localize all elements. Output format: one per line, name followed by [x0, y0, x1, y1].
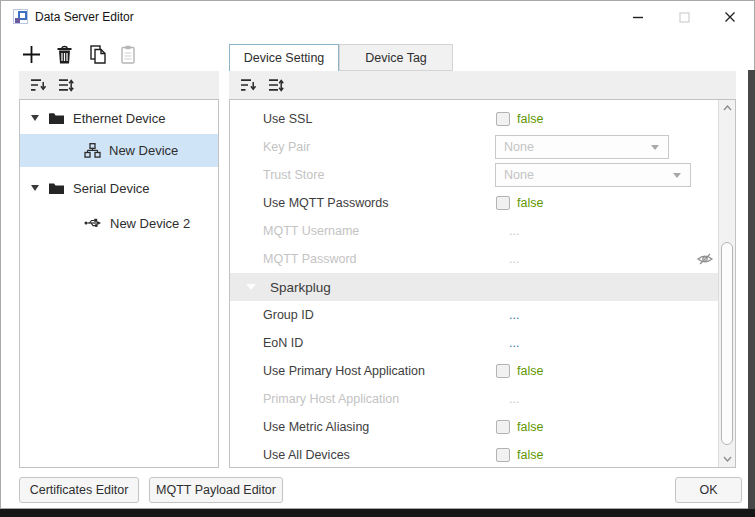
boolean-value: false [517, 448, 543, 462]
setting-row-use-mqtt-passwords: Use MQTT Passwords false [230, 189, 719, 217]
boolean-value: false [517, 112, 543, 126]
setting-row-use-primary-host-application: Use Primary Host Application false [230, 357, 719, 385]
vertical-scrollbar[interactable] [718, 100, 735, 467]
tab-label: Device Tag [365, 51, 427, 65]
setting-row-group-id: Group ID ... [230, 301, 719, 329]
setting-label: EoN ID [263, 336, 303, 350]
setting-row-primary-host-application: Primary Host Application ... [230, 385, 719, 413]
setting-label: MQTT Username [263, 224, 359, 238]
tree-toolbar [19, 71, 219, 99]
use-ssl-checkbox[interactable] [496, 112, 510, 126]
collapse-all-icon [240, 78, 257, 93]
setting-row-use-metric-aliasing: Use Metric Aliasing false [230, 413, 719, 441]
dropdown-value: None [504, 168, 673, 182]
background-edge [748, 70, 755, 509]
paste-device-button[interactable] [115, 41, 141, 67]
tree-item-label: New Device [109, 143, 178, 158]
primary-host-application-value: ... [509, 392, 519, 406]
key-pair-dropdown[interactable]: None [495, 135, 669, 159]
chevron-up-icon [723, 105, 732, 111]
copy-icon [90, 45, 107, 64]
eye-slash-icon[interactable] [697, 253, 713, 266]
expand-all-button[interactable] [57, 77, 75, 93]
minimize-button[interactable] [615, 1, 661, 33]
setting-label: Use Primary Host Application [263, 364, 425, 378]
scroll-down-button[interactable] [719, 451, 735, 467]
trust-store-dropdown[interactable]: None [495, 163, 691, 187]
clipboard-paste-icon [121, 45, 135, 64]
collapse-all-button[interactable] [239, 77, 257, 93]
setting-label: Primary Host Application [263, 392, 399, 406]
setting-row-mqtt-password: MQTT Password ... [230, 245, 719, 273]
setting-label: Use MQTT Passwords [263, 196, 389, 210]
setting-row-key-pair: Key Pair None [230, 133, 719, 161]
use-all-devices-checkbox[interactable] [496, 448, 510, 462]
eon-id-value[interactable]: ... [509, 336, 519, 350]
tab-device-setting[interactable]: Device Setting [229, 44, 339, 71]
add-device-button[interactable] [18, 41, 44, 67]
delete-device-button[interactable] [51, 41, 77, 67]
scrollbar-thumb[interactable] [721, 242, 733, 445]
boolean-value: false [517, 420, 543, 434]
ethernet-device-icon [84, 143, 101, 158]
certificates-editor-button[interactable]: Certificates Editor [19, 477, 139, 503]
window-title: Data Server Editor [35, 1, 134, 33]
collapse-all-button[interactable] [29, 77, 47, 93]
chevron-down-icon[interactable] [31, 185, 39, 191]
tree-item-new-device-2[interactable]: New Device 2 [20, 207, 218, 239]
settings-scroll-area: Keep Alive 60 Use SSL false Key Pair Non… [230, 100, 719, 467]
mqtt-password-value: ... [509, 252, 519, 266]
bottom-edge [0, 509, 755, 517]
tree-item-new-device[interactable]: New Device [20, 134, 218, 167]
tab-device-tag[interactable]: Device Tag [339, 44, 453, 71]
use-mqtt-passwords-checkbox[interactable] [496, 196, 510, 210]
chevron-down-icon [723, 456, 732, 462]
boolean-value: false [517, 196, 543, 210]
settings-toolbar [229, 71, 736, 99]
close-button[interactable] [707, 1, 753, 33]
chevron-down-icon[interactable] [31, 115, 39, 121]
chevron-down-icon [651, 145, 659, 150]
plus-icon [21, 44, 42, 65]
setting-row-use-ssl: Use SSL false [230, 105, 719, 133]
window-body: Data Server Editor [0, 0, 755, 509]
copy-device-button[interactable] [85, 41, 111, 67]
scroll-up-button[interactable] [719, 100, 735, 116]
ok-button[interactable]: OK [675, 477, 742, 503]
app-logo-icon [13, 9, 29, 25]
tree-item-label: New Device 2 [110, 216, 190, 231]
section-header-sparkplug[interactable]: Sparkplug [230, 273, 719, 301]
setting-row-mqtt-username: MQTT Username ... [230, 217, 719, 245]
setting-label: Group ID [263, 308, 314, 322]
chevron-down-icon [673, 173, 681, 178]
setting-label: Use All Devices [263, 448, 350, 462]
setting-row-use-all-devices: Use All Devices false [230, 441, 719, 467]
setting-label: Key Pair [263, 140, 310, 154]
button-label: MQTT Payload Editor [156, 483, 276, 497]
setting-label: Use SSL [263, 112, 312, 126]
group-id-value[interactable]: ... [509, 308, 519, 322]
expand-all-button[interactable] [267, 77, 285, 93]
tree-item-ethernet-device[interactable]: Ethernet Device [20, 102, 218, 134]
maximize-button[interactable] [661, 1, 707, 33]
mqtt-payload-editor-button[interactable]: MQTT Payload Editor [149, 477, 283, 503]
data-server-editor-window: Data Server Editor [0, 0, 755, 517]
setting-label: Trust Store [263, 168, 324, 182]
dropdown-value: None [504, 140, 651, 154]
tree-item-serial-device[interactable]: Serial Device [20, 172, 218, 204]
boolean-value: false [517, 364, 543, 378]
device-settings-panel: Keep Alive 60 Use SSL false Key Pair Non… [229, 99, 736, 468]
device-tree: Ethernet Device New Device [19, 99, 219, 468]
use-metric-aliasing-checkbox[interactable] [496, 420, 510, 434]
button-label: Certificates Editor [30, 483, 129, 497]
tree-item-label: Ethernet Device [73, 111, 166, 126]
setting-row-trust-store: Trust Store None [230, 161, 719, 189]
use-primary-host-application-checkbox[interactable] [496, 364, 510, 378]
setting-row-eon-id: EoN ID ... [230, 329, 719, 357]
folder-icon [48, 111, 65, 125]
expand-all-icon [268, 78, 285, 93]
setting-label: Use Metric Aliasing [263, 420, 369, 434]
title-bar: Data Server Editor [1, 1, 754, 33]
usb-device-icon [84, 217, 102, 229]
mqtt-username-value: ... [509, 224, 519, 238]
